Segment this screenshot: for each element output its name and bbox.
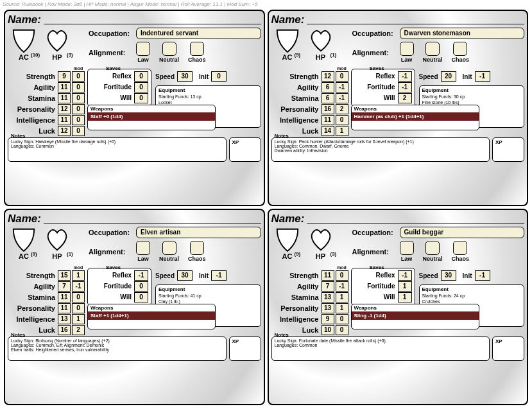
reflex-value: 0 [134, 71, 148, 82]
fortitude-value: 0 [134, 281, 148, 292]
ability-label: Intelligence [271, 315, 320, 323]
ability-mod: 0 [72, 303, 85, 313]
law-label: Law [136, 57, 150, 63]
ability-value: 11 [58, 292, 71, 302]
xp-box[interactable]: XP [229, 337, 261, 361]
ability-mod: 0 [72, 82, 85, 92]
reflex-value: -1 [134, 270, 148, 281]
weapons-box: Weapons Staff +0 (1d4) [87, 105, 216, 130]
occupation-field[interactable]: Guild beggar [400, 227, 525, 238]
note-line: Dwarven ability: Infravision [275, 148, 487, 153]
xp-box[interactable]: XP [492, 337, 524, 361]
name-field[interactable] [44, 214, 261, 223]
fortitude-value: 1 [398, 281, 412, 292]
ability-mod: 1 [336, 303, 348, 313]
occupation-label: Occupation: [352, 30, 396, 37]
equipment-line: Starting Funds: 24 cp [422, 293, 522, 299]
ability-mod: 0 [336, 314, 348, 324]
fortitude-label: Fortitude [90, 83, 132, 91]
character-card-1: Name: (9) AC (1) HP Occupation: Dwa [268, 10, 529, 206]
xp-box[interactable]: XP [492, 137, 524, 162]
ability-mod: 0 [72, 104, 85, 114]
ability-label: Stamina [8, 293, 56, 301]
ability-label: Agility [271, 83, 320, 91]
weapons-title: Weapons [352, 105, 479, 112]
alignment-chaos-box[interactable] [190, 241, 204, 255]
speed-value: 30 [177, 71, 193, 82]
occupation-field[interactable]: Indentured servant [136, 28, 261, 39]
saves-title: Saves [106, 265, 121, 270]
alignment-neutral-box[interactable] [425, 42, 440, 56]
ability-mod: 1 [72, 270, 85, 281]
ability-label: Strength [8, 73, 56, 80]
name-field[interactable] [307, 15, 524, 24]
xp-box[interactable]: XP [229, 137, 261, 162]
ability-value: 12 [58, 126, 71, 136]
name-label: Name: [271, 213, 305, 225]
name-field[interactable] [44, 15, 261, 24]
alignment-chaos-box[interactable] [453, 42, 467, 56]
ability-value: 7 [322, 281, 334, 292]
hp-value: (1) [330, 52, 337, 58]
fortitude-label: Fortitude [354, 283, 395, 290]
alignment-law-box[interactable] [136, 241, 150, 255]
weapon-entry: Staff +1 (1d4+1) [88, 311, 215, 320]
init-label: Init [463, 272, 472, 279]
alignment-law-box[interactable] [400, 42, 414, 56]
init-value: -1 [211, 270, 227, 281]
ability-label: Stamina [271, 94, 320, 102]
notes-title: Notes [11, 133, 25, 139]
name-field[interactable] [307, 214, 524, 223]
ability-mod: 0 [72, 126, 85, 136]
ability-mod: -1 [72, 281, 85, 292]
ability-label: Stamina [8, 94, 56, 102]
occupation-field[interactable]: Dwarven stonemason [400, 28, 525, 39]
equipment-line: Starting Funds: 41 cp [159, 293, 258, 299]
saves-box: Saves Reflex-1 Fortitude1 Will1 [351, 268, 415, 306]
speed-value: 30 [177, 270, 193, 281]
saves-title: Saves [370, 66, 384, 71]
will-label: Will [90, 94, 132, 101]
note-line: Languages: Common [275, 343, 487, 347]
occupation-field[interactable]: Elven artisan [136, 227, 261, 238]
ability-label: Personality [8, 105, 56, 113]
alignment-law-box[interactable] [400, 241, 414, 255]
ability-value: 12 [58, 104, 71, 114]
hp-value: (1) [67, 251, 73, 257]
note-line: Languages: Common, Dwarf, Gnome [275, 144, 487, 148]
ability-row-int: Intelligence 9 0 [271, 313, 348, 324]
weapons-title: Weapons [88, 304, 215, 311]
ac-block: (10) AC [8, 28, 40, 65]
ability-label: Stamina [271, 293, 320, 301]
alignment-neutral-box[interactable] [425, 241, 440, 255]
ability-label: Agility [8, 283, 56, 290]
ability-row-per: Personality 11 0 [8, 302, 85, 313]
alignment-neutral-box[interactable] [162, 241, 176, 255]
saves-box: Saves Reflex0 Fortitude0 Will0 [87, 69, 151, 107]
alignment-chaos-box[interactable] [453, 241, 467, 255]
name-label: Name: [8, 13, 41, 26]
ability-value: 10 [322, 325, 334, 335]
weapons-box: Weapons Hammer (as club) +1 (1d4+1) [351, 105, 479, 130]
speed-label: Speed [155, 73, 175, 80]
ability-value: 11 [58, 82, 71, 92]
ability-label: Intelligence [8, 116, 56, 124]
neutral-label: Neutral [159, 57, 179, 63]
ability-row-str: Strength 15 1 [8, 270, 85, 281]
ability-value: 7 [58, 281, 71, 292]
alignment-neutral-box[interactable] [162, 42, 176, 56]
hp-block: (1) HP [41, 227, 73, 264]
ability-row-int: Intelligence 11 0 [271, 114, 348, 125]
occupation-label: Occupation: [89, 30, 132, 37]
init-value: -1 [475, 270, 490, 281]
equipment-line: Starting Funds: 13 cp [159, 94, 258, 100]
ability-value: 11 [58, 93, 71, 103]
alignment-chaos-box[interactable] [190, 42, 204, 56]
alignment-law-box[interactable] [136, 42, 150, 56]
ability-row-int: Intelligence 13 1 [8, 313, 85, 324]
ability-row-str: Strength 9 0 [8, 71, 85, 82]
hp-block: (1) HP [305, 28, 337, 65]
character-card-2: Name: (9) AC (1) HP Occupation: Elv [4, 209, 265, 405]
ability-value: 13 [322, 292, 334, 302]
ability-row-agi: Agility 7 -1 [271, 281, 348, 292]
